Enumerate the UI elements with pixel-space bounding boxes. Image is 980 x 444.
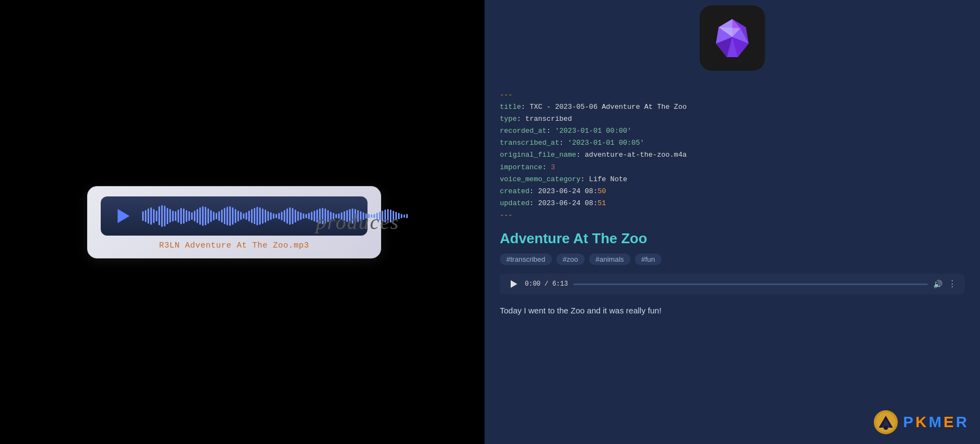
waveform-bar [148,208,149,224]
waveform-bar [194,211,195,221]
pkmer-letter-m: M [929,414,944,430]
waveform-bar [311,212,313,220]
waveform-bar [300,212,302,220]
obsidian-gem-svg [710,16,754,60]
waveform-bar [281,212,283,220]
waveform-bar [289,207,291,225]
waveform-bar [180,208,182,224]
waveform-bar [254,208,255,224]
waveform-bar [175,211,176,221]
waveform-bar [169,209,171,223]
waveform-bar [210,210,212,222]
waveform-bar [202,206,204,226]
audio-inline-player: 0:00 / 6:13 🔊 ⋮ [500,274,965,294]
yaml-title-line: title: TXC - 2023-05-06 Adventure At The… [500,101,965,113]
waveform-bar [401,214,402,218]
yaml-type-line: type: transcribed [500,113,965,125]
yaml-importance-line: importance: 3 [500,162,965,174]
tag-fun: #fun [635,254,661,265]
yaml-separator-bottom: --- [500,209,965,221]
inline-play-button[interactable] [507,278,519,290]
waveform-bar [292,208,293,224]
waveform-bar [273,213,274,219]
waveform-bar [403,214,405,218]
waveform-bar [284,210,285,222]
waveform-bar [226,207,228,225]
waveform-bar [314,211,315,221]
yaml-category-line: voice_memo_category: Life Note [500,174,965,186]
yaml-recorded-line: recorded_at: '2023-01-01 00:00' [500,125,965,137]
waveform-bar [161,205,163,227]
pkmer-letter-p: P [903,414,916,430]
waveform-bar [243,213,244,219]
pkmer-logo-svg [874,410,898,434]
waveform-bar [256,207,258,225]
waveform-bar [183,208,185,224]
waveform-bar [153,209,155,223]
waveform-bar [237,211,239,221]
waveform-bar [186,210,187,222]
waveform-bar [177,209,179,223]
waveform-bar [197,209,198,223]
waveform-bar [267,211,269,221]
waveform-bar [158,206,160,225]
waveform-bar [164,206,166,226]
pkmer-watermark: PKMER [874,410,969,434]
tag-animals: #animals [589,254,630,265]
waveform-bar [275,214,277,218]
waveform-bar [270,212,272,220]
obsidian-icon [700,5,765,71]
waveform-bar [303,213,304,219]
note-title: Adventure At The Zoo [500,230,965,247]
waveform-bar [205,207,206,225]
pkmer-letter-e: E [944,414,956,430]
waveform-bar [305,214,307,218]
pkmer-text: PKMER [903,414,969,431]
yaml-transcribed-line: transcribed_at: '2023-01-01 00:05' [500,137,965,149]
waveform-bar [262,208,264,224]
tag-transcribed: #transcribed [500,254,552,265]
waveform-bar [286,208,288,224]
play-button[interactable] [111,204,134,228]
waveform-bar [221,209,223,223]
pkmer-letter-k: K [916,414,929,430]
inline-play-icon [511,280,517,288]
waveform-bar [145,210,146,222]
waveform-bar [216,213,217,219]
tag-zoo: #zoo [556,254,585,265]
waveform-bar [156,211,157,221]
right-panel: --- title: TXC - 2023-05-06 Adventure At… [485,0,980,444]
volume-icon[interactable]: 🔊 [933,280,942,289]
waveform-bar [142,211,144,221]
waveform-bar [240,212,242,220]
waveform-bar [172,211,174,221]
waveform-bar [265,209,266,223]
waveform-bar [167,208,168,224]
audio-progress-bar[interactable] [573,283,928,285]
waveform-bar [199,207,201,225]
yaml-block: --- title: TXC - 2023-05-06 Adventure At… [500,87,965,221]
svg-point-13 [884,425,888,430]
waveform-bar [191,212,193,220]
waveform-bar [295,209,296,223]
yaml-updated-line: updated: 2023-06-24 08:51 [500,198,965,209]
waveform-bar [251,209,253,223]
yaml-filename-line: original_file_name: adventure-at-the-zoo… [500,149,965,161]
yaml-created-line: created: 2023-06-24 08:50 [500,186,965,198]
waveform-bar [188,211,190,221]
waveform-bar [308,213,310,219]
waveform-bar [218,211,220,221]
more-options-icon[interactable]: ⋮ [948,279,957,289]
waveform-bar [259,207,261,225]
pkmer-letter-r: R [956,414,969,430]
waveform-bar [248,211,250,221]
produces-label: produces [316,210,400,234]
waveform-bar [246,212,247,220]
waveform-bar [213,212,215,220]
yaml-separator-top: --- [500,89,965,101]
waveform-bar [278,213,280,219]
waveform-bar [232,207,234,225]
waveform-bar [150,207,152,225]
waveform-bar [229,206,231,226]
pkmer-logo [874,410,898,434]
